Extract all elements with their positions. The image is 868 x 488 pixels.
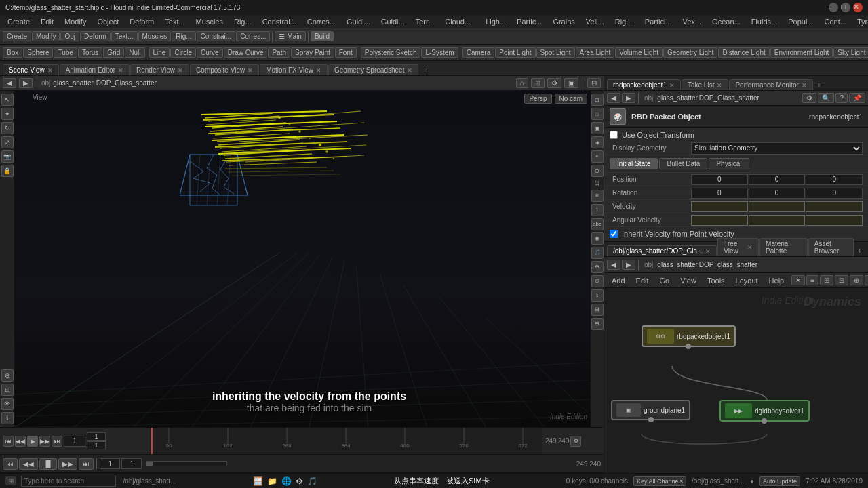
vr-tool12[interactable]: ⊖: [591, 261, 604, 273]
menu-deform[interactable]: Deform: [125, 16, 159, 27]
vis-tool[interactable]: 👁: [1, 398, 14, 410]
menu-constrain[interactable]: Constrai...: [258, 16, 301, 27]
angular-vel-x[interactable]: [691, 215, 748, 226]
dist-light-btn[interactable]: Distance Light: [718, 47, 769, 58]
ng-fwd-btn[interactable]: ▶: [622, 260, 635, 270]
zoom-fit-btn[interactable]: ⊞: [531, 78, 545, 88]
lock-tool[interactable]: 🔒: [1, 165, 14, 177]
curve-btn[interactable]: Curve: [197, 47, 223, 58]
tab-composite-view[interactable]: Composite View ✕: [190, 64, 259, 75]
taskbar-icon2[interactable]: 📁: [267, 476, 277, 486]
rig-btn[interactable]: Rig...: [172, 31, 195, 41]
geo-light-btn[interactable]: Geometry Light: [663, 47, 717, 58]
rotate-tool[interactable]: ↻: [1, 122, 14, 134]
ng-help[interactable]: Help: [764, 275, 789, 286]
velocity-z[interactable]: [806, 201, 863, 212]
menu-grains[interactable]: Grains: [548, 16, 579, 27]
tr-step-field[interactable]: 1: [121, 458, 142, 469]
velocity-x[interactable]: [691, 201, 748, 212]
tl-play-btn[interactable]: ▶: [27, 436, 38, 447]
layout-btn[interactable]: ⊟: [587, 78, 601, 88]
tab-take-list[interactable]: Take List ✕: [682, 79, 728, 90]
display-geo-select[interactable]: Simulation Geometry: [691, 142, 863, 155]
grid-tool[interactable]: ⊞: [1, 384, 14, 396]
fwd-btn[interactable]: ▶: [19, 78, 33, 88]
path-glass[interactable]: glass_shatter: [53, 79, 93, 87]
tab-close-take[interactable]: ✕: [717, 82, 722, 89]
menu-vell[interactable]: Vell...: [581, 16, 609, 27]
line-btn[interactable]: Line: [149, 47, 170, 58]
vr-tool6[interactable]: ⊕: [591, 165, 604, 177]
vr-tool8[interactable]: ⟟: [591, 204, 604, 216]
vr-tool7[interactable]: ≡: [591, 190, 604, 202]
grid-btn[interactable]: Grid: [103, 47, 124, 58]
tr-next-btn[interactable]: ▶▶: [58, 458, 77, 470]
tl-start-btn[interactable]: ⏮: [3, 436, 14, 447]
taskbar-icon1[interactable]: 🪟: [253, 476, 263, 486]
tab-close-geo[interactable]: ✕: [407, 67, 412, 74]
props-tab-add[interactable]: +: [814, 79, 825, 90]
menu-partic[interactable]: Partic...: [512, 16, 547, 27]
menu-cont[interactable]: Cont...: [820, 16, 851, 27]
spray-paint-btn[interactable]: Spray Paint: [291, 47, 334, 58]
box-btn[interactable]: Box: [3, 47, 22, 58]
deform-menu-btn[interactable]: Deform: [80, 31, 111, 41]
ng-icon-btn3[interactable]: ⊞: [820, 275, 833, 285]
home-btn[interactable]: ⌂: [516, 78, 528, 88]
frame-step[interactable]: [87, 441, 106, 449]
spot-light-btn[interactable]: Spot Light: [536, 47, 575, 58]
text-menu-btn[interactable]: Text...: [111, 31, 138, 41]
menu-edit[interactable]: Edit: [36, 16, 58, 27]
back-btn[interactable]: ◀: [3, 78, 16, 88]
constrain-btn[interactable]: Constrai...: [197, 31, 236, 41]
rotation-z[interactable]: 0: [806, 188, 863, 199]
point-light-btn[interactable]: Point Light: [495, 47, 535, 58]
timeline-bar[interactable]: 96 192 288 384 480 576 672: [149, 428, 542, 454]
ng-tools[interactable]: Tools: [703, 275, 730, 286]
vr-tool5[interactable]: ⌖: [591, 150, 604, 163]
rp-path-glass[interactable]: glass_shatter: [657, 94, 697, 102]
vr-tool4[interactable]: ◈: [591, 136, 604, 148]
tr-last-btn[interactable]: ⏭: [79, 458, 94, 470]
build-btn[interactable]: Build: [311, 31, 334, 41]
vr-tool14[interactable]: ℹ: [591, 289, 604, 302]
tab-animation-editor[interactable]: Animation Editor ✕: [60, 64, 130, 75]
tab-close-comp[interactable]: ✕: [248, 67, 253, 74]
ng-path-dop[interactable]: DOP_class_shatter: [699, 261, 757, 268]
menu-fluids[interactable]: Fluids...: [747, 16, 783, 27]
minimize-button[interactable]: ─: [829, 3, 838, 12]
angular-vel-z[interactable]: [806, 215, 863, 226]
vr-tool2[interactable]: □: [591, 108, 604, 120]
maximize-button[interactable]: □: [841, 3, 850, 12]
ng-back-btn[interactable]: ◀: [607, 260, 620, 270]
corres-btn[interactable]: Corres...: [236, 31, 270, 41]
vr-tool15[interactable]: ⊞: [591, 304, 604, 316]
tab-close-render[interactable]: ✕: [178, 67, 183, 74]
tab-close-rbd[interactable]: ✕: [669, 82, 675, 89]
node-graph-content[interactable]: Indie Edition Dynamics ⚙⚙ rbdpackedobjec: [604, 288, 868, 473]
lsystem-btn[interactable]: L-System: [421, 47, 458, 58]
ng-path-glass[interactable]: glass_shatter: [657, 261, 697, 268]
tab-close-anim[interactable]: ✕: [118, 67, 123, 74]
tab-initial-state[interactable]: Initial State: [610, 158, 658, 169]
menu-ocean[interactable]: Ocean...: [707, 16, 745, 27]
position-y[interactable]: 0: [749, 174, 806, 185]
frame-input[interactable]: 1: [64, 436, 85, 447]
rp-help-btn[interactable]: ?: [835, 93, 848, 103]
rp-back-btn[interactable]: ◀: [607, 93, 620, 103]
tab-material-palette[interactable]: Material Palette: [760, 238, 808, 256]
main-btn[interactable]: ☰ Main: [275, 31, 305, 41]
tl-end-btn[interactable]: ⏭: [52, 436, 62, 447]
frame-start[interactable]: 1: [87, 432, 106, 441]
area-light-btn[interactable]: Area Light: [576, 47, 615, 58]
display-opts-btn[interactable]: ⚙: [547, 78, 561, 88]
tl-next-btn[interactable]: ▶▶: [39, 436, 50, 447]
tab-motion-fx[interactable]: Motion FX View ✕: [260, 64, 328, 75]
torus-btn[interactable]: Torus: [78, 47, 102, 58]
menu-cloud[interactable]: Cloud...: [440, 16, 475, 27]
tube-btn[interactable]: Tube: [54, 47, 77, 58]
ng-view[interactable]: View: [675, 275, 701, 286]
sphere-btn[interactable]: Sphere: [23, 47, 53, 58]
rotation-y[interactable]: 0: [749, 188, 806, 199]
vr-tool11[interactable]: 🎵: [591, 247, 604, 259]
